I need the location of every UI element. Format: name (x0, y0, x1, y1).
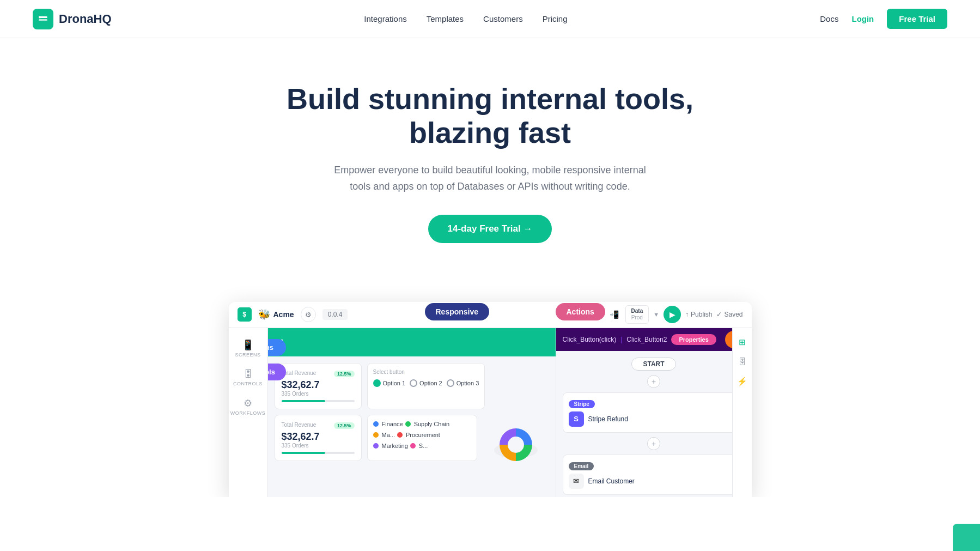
stripe-action-row: S Stripe Refund (569, 411, 739, 427)
app-sidebar: 📱 SCREENS 🎛 CONTROLS ⚙ WORKFLOWS (229, 328, 268, 497)
radio-group: Select button Option 1 Option 2 (367, 363, 485, 409)
radio-options: Option 1 Option 2 Option 3 (373, 379, 479, 387)
donut-chart (489, 417, 543, 461)
email-action-name: Email Customer (588, 477, 635, 485)
svg-point-2 (39, 16, 41, 18)
nav-integrations[interactable]: Integrations (364, 14, 406, 23)
radio-option-3[interactable]: Option 3 (447, 379, 479, 387)
workflow-add-1[interactable]: + (647, 375, 660, 388)
workflow-topbar: Click_Button(click) | Click_Button2 Prop… (556, 328, 752, 351)
nav-pricing[interactable]: Pricing (543, 14, 568, 23)
panel-data-icon[interactable]: 🗄 (734, 354, 750, 370)
hero-cta-button[interactable]: 14-day Free Trial → (428, 215, 552, 243)
card2-progress-fill (282, 452, 325, 454)
svg-rect-1 (39, 19, 47, 21)
hero-section: Build stunning internal tools, blazing f… (0, 38, 980, 276)
properties-button[interactable]: Properties (671, 334, 716, 345)
run-button[interactable]: ▶ (664, 306, 681, 323)
preview-section: Responsive Actions $ 🐝 Acme ⚙ 0.0.4 (0, 276, 980, 497)
sidebar-screens[interactable]: 📱 SCREENS (233, 335, 263, 362)
nav-customers[interactable]: Customers (483, 14, 523, 23)
nav-free-trial-button[interactable]: Free Trial (887, 9, 947, 29)
legend-dot-marketing (373, 443, 379, 449)
app-name: 🐝 Acme (258, 308, 294, 320)
controls-label: CONTROLS (233, 381, 263, 386)
card1-progress-fill (282, 400, 325, 402)
card1-value: $32,62.7 (282, 379, 355, 391)
legend-dot-procurement (397, 432, 403, 438)
logo-icon (33, 9, 53, 29)
navbar: DronaHQ Integrations Templates Customers… (0, 0, 980, 38)
email-action-row: ✉ Email Customer (569, 474, 739, 489)
screens-icon: 📱 (242, 339, 254, 351)
email-icon: ✉ (569, 474, 584, 489)
legend-dot-s (410, 443, 416, 449)
card1-label: Total Revenue (282, 370, 316, 376)
card2-value: $32,62.7 (282, 431, 355, 443)
controls-icon: 🎛 (243, 368, 253, 380)
screens-label: SCREENS (235, 352, 260, 358)
app-logo-small: $ (238, 307, 252, 322)
radio-dot-3 (447, 379, 454, 387)
legend-item-s: S... (410, 443, 428, 449)
card1-badge: 12.5% (334, 371, 355, 377)
data-card-1: Total Revenue 12.5% $32,62.7 335 Orders (275, 363, 362, 409)
legend-dot-finance (373, 421, 379, 427)
stripe-icon: S (569, 411, 584, 427)
workflows-icon: ⚙ (244, 397, 252, 409)
radio-option-2[interactable]: Option 2 (410, 379, 442, 387)
mobile-icon[interactable]: 📲 (607, 309, 621, 320)
nav-right: Docs Login Free Trial (820, 9, 947, 29)
workflow-add-2[interactable]: + (647, 437, 660, 450)
badge-actions: Actions (556, 303, 605, 320)
logo-link[interactable]: DronaHQ (33, 9, 112, 29)
nav-docs-link[interactable]: Docs (820, 14, 838, 23)
sidebar-workflows[interactable]: ⚙ WORKFLOWS (229, 393, 268, 420)
workflow-sep: | (620, 336, 622, 343)
legend-dot-ma (373, 432, 379, 438)
workflow-action-email: Email ✉ Email Customer (563, 455, 745, 495)
workflow-action-stripe: Stripe S Stripe Refund (563, 392, 745, 433)
saved-status: ✓Saved (716, 311, 742, 318)
stripe-badge: Stripe (569, 400, 595, 408)
legend-item-supply: Supply Chain (405, 421, 449, 427)
hero-subtext: Empower everyone to build beautiful look… (327, 162, 654, 195)
workflow-body: START + Stripe S Stripe Refund + (556, 351, 752, 497)
chart-area (483, 415, 549, 461)
panel-bolt-icon[interactable]: ⚡ (734, 374, 750, 389)
right-icon-bar: ⊞ 🗄 ⚡ (732, 328, 752, 497)
hero-headline: Build stunning internal tools, blazing f… (272, 82, 708, 149)
badge-responsive: Responsive (425, 303, 490, 320)
app-body: 📱 SCREENS 🎛 CONTROLS ⚙ WORKFLOWS (229, 328, 752, 497)
stripe-action-name: Stripe Refund (588, 415, 628, 423)
card2-sub: 335 Orders (282, 443, 355, 449)
data-prod-button[interactable]: Data Prod (625, 305, 649, 324)
app-screenshot: $ 🐝 Acme ⚙ 0.0.4 🖥 📱 ▬ 📲 Data (229, 302, 752, 497)
sidebar-controls[interactable]: 🎛 CONTROLS (231, 364, 265, 391)
card1-sub: 335 Orders (282, 391, 355, 397)
legend-item-finance: Finance (373, 421, 403, 427)
legend-area: Finance Supply Chain Ma... (367, 415, 477, 461)
app-bar: $ 🐝 Acme ⚙ 0.0.4 🖥 📱 ▬ 📲 Data (229, 302, 752, 328)
publish-button[interactable]: ↑Publish (685, 311, 712, 318)
legend-item-procurement: Procurement (397, 432, 440, 438)
dropdown-arrow[interactable]: ▼ (653, 311, 659, 318)
nav-login-link[interactable]: Login (851, 14, 874, 23)
svg-point-4 (508, 437, 524, 452)
panel-properties-icon[interactable]: ⊞ (734, 335, 750, 350)
app-canvas: Screens Controls M Total Revenue 12.5% (268, 328, 556, 497)
radio-option-1[interactable]: Option 1 (373, 379, 406, 387)
email-badge: Email (569, 462, 594, 470)
nav-templates[interactable]: Templates (427, 14, 464, 23)
legend-dot-supply (405, 421, 411, 427)
logo-text: DronaHQ (59, 12, 112, 26)
card2-progress (282, 452, 355, 454)
card2-badge: 12.5% (334, 422, 355, 429)
card1-progress (282, 400, 355, 402)
canvas-content: Total Revenue 12.5% $32,62.7 335 Orders (268, 356, 556, 468)
controls-panel-badge[interactable]: Controls (268, 364, 286, 380)
app-version: 0.0.4 (322, 309, 348, 320)
settings-icon[interactable]: ⚙ (301, 307, 316, 322)
screens-panel-badge[interactable]: Screens (268, 339, 286, 356)
workflows-label: WORKFLOWS (230, 410, 266, 416)
